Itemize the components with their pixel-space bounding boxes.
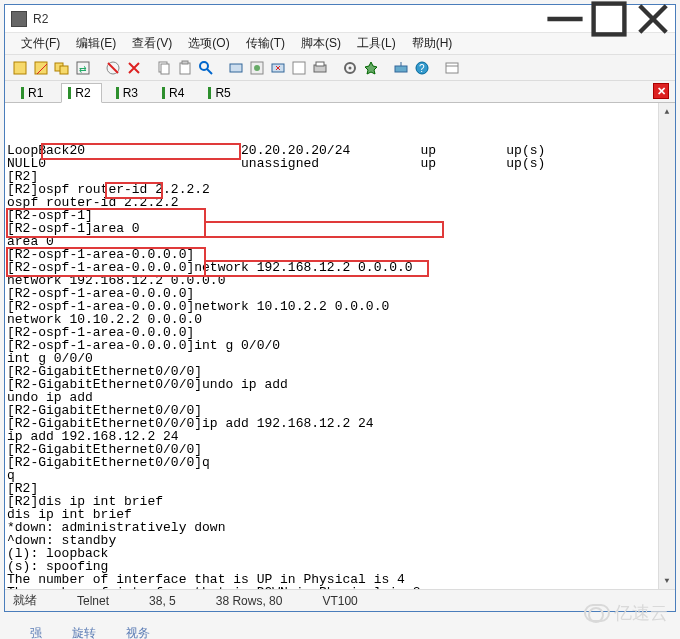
svg-rect-5	[35, 62, 47, 74]
toolbar-btn-1[interactable]	[11, 59, 29, 77]
status-term-type: VT100	[322, 594, 357, 608]
svg-rect-31	[446, 63, 458, 73]
terminal-line: NULL0 unassigned up up(s)	[7, 157, 673, 170]
svg-text:⇄: ⇄	[79, 64, 87, 74]
status-connection: Telnet	[77, 594, 109, 608]
svg-rect-28	[395, 66, 407, 72]
scroll-up-icon[interactable]: ▲	[659, 103, 675, 120]
toolbar-btn-11[interactable]	[248, 59, 266, 77]
tab-close-button[interactable]: ✕	[653, 83, 669, 99]
terminal-line: [R2-ospf-1]area 0	[7, 222, 673, 235]
window-controls	[543, 5, 675, 33]
menu-tools[interactable]: 工具(L)	[349, 33, 404, 54]
toolbar: ⇄ ?	[5, 55, 675, 81]
menu-file[interactable]: 文件(F)	[13, 33, 68, 54]
app-icon	[11, 11, 27, 27]
terminal-line: q	[7, 469, 673, 482]
toolbar-btn-4[interactable]: ⇄	[74, 59, 92, 77]
watermark-text: 亿速云	[614, 601, 668, 625]
toolbar-settings-icon[interactable]	[341, 59, 359, 77]
minimize-button[interactable]	[543, 5, 587, 33]
status-marker-icon	[162, 87, 165, 99]
vertical-scrollbar[interactable]: ▲ ▼	[658, 103, 675, 589]
tab-r1[interactable]: R1	[15, 84, 53, 102]
menu-transfer[interactable]: 传输(T)	[238, 33, 293, 54]
menu-script[interactable]: 脚本(S)	[293, 33, 349, 54]
svg-rect-14	[161, 64, 169, 74]
toolbar-copy-icon[interactable]	[155, 59, 173, 77]
close-button[interactable]	[631, 5, 675, 33]
tab-r5[interactable]: R5	[202, 84, 240, 102]
scroll-down-icon[interactable]: ▼	[659, 572, 675, 589]
svg-point-27	[349, 66, 352, 69]
svg-rect-4	[14, 62, 26, 74]
status-bar: 就绪 Telnet 38, 5 38 Rows, 80 VT100	[5, 589, 675, 611]
toolbar-btn-5[interactable]	[104, 59, 122, 77]
svg-point-21	[254, 65, 260, 71]
terminal-line: The number of interface that is DOWN in …	[7, 586, 673, 589]
svg-rect-15	[180, 63, 190, 74]
menu-help[interactable]: 帮助(H)	[404, 33, 461, 54]
status-marker-icon	[208, 87, 211, 99]
svg-rect-19	[230, 64, 242, 72]
background-labels: 强 旋转 视务	[0, 625, 680, 639]
terminal-output[interactable]: ▲ ▼ LoopBack20 20.20.20.20/24 up up(s)NU…	[5, 103, 675, 589]
maximize-button[interactable]	[587, 5, 631, 33]
window-title: R2	[33, 12, 543, 26]
menu-view[interactable]: 查看(V)	[124, 33, 180, 54]
terminal-line: [R2-GigabitEthernet0/0/0]q	[7, 456, 673, 469]
status-marker-icon	[21, 87, 24, 99]
svg-rect-1	[594, 3, 625, 34]
svg-rect-23	[293, 62, 305, 74]
titlebar: R2	[5, 5, 675, 33]
tab-r3[interactable]: R3	[110, 84, 148, 102]
svg-rect-8	[60, 66, 68, 74]
toolbar-btn-6[interactable]	[125, 59, 143, 77]
toolbar-find-icon[interactable]	[197, 59, 215, 77]
toolbar-btn-13[interactable]	[290, 59, 308, 77]
menu-edit[interactable]: 编辑(E)	[68, 33, 124, 54]
toolbar-print-icon[interactable]	[311, 59, 329, 77]
tab-label: R2	[75, 86, 90, 100]
status-marker-icon	[116, 87, 119, 99]
status-size: 38 Rows, 80	[216, 594, 283, 608]
toolbar-paste-icon[interactable]	[176, 59, 194, 77]
tab-label: R1	[28, 86, 43, 100]
terminal-line: [R2-ospf-1-area-0.0.0.0]int g 0/0/0	[7, 339, 673, 352]
tab-label: R5	[215, 86, 230, 100]
tab-r2[interactable]: R2	[61, 83, 101, 103]
status-ready: 就绪	[13, 592, 37, 609]
terminal-line: [R2-GigabitEthernet0/0/0]undo ip add	[7, 378, 673, 391]
svg-rect-16	[182, 61, 188, 64]
tab-label: R4	[169, 86, 184, 100]
svg-line-12	[108, 63, 118, 73]
tab-r4[interactable]: R4	[156, 84, 194, 102]
toolbar-btn-3[interactable]	[53, 59, 71, 77]
menu-options[interactable]: 选项(O)	[180, 33, 237, 54]
tab-bar: R1 R2 R3 R4 R5 ✕	[5, 81, 675, 103]
toolbar-btn-12[interactable]	[269, 59, 287, 77]
watermark-logo-icon	[584, 604, 610, 622]
watermark: 亿速云	[584, 601, 668, 625]
toolbar-btn-10[interactable]	[227, 59, 245, 77]
tab-label: R3	[123, 86, 138, 100]
svg-text:?: ?	[419, 63, 425, 74]
svg-point-17	[200, 62, 208, 70]
toolbar-help-icon[interactable]: ?	[413, 59, 431, 77]
toolbar-btn-17[interactable]	[392, 59, 410, 77]
svg-line-18	[207, 69, 212, 74]
status-marker-icon	[68, 87, 71, 99]
terminal-line: ospf router-id 2.2.2.2	[7, 196, 673, 209]
toolbar-btn-16[interactable]	[362, 59, 380, 77]
status-cursor-pos: 38, 5	[149, 594, 176, 608]
svg-rect-25	[316, 62, 324, 66]
toolbar-btn-19[interactable]	[443, 59, 461, 77]
app-window: R2 文件(F) 编辑(E) 查看(V) 选项(O) 传输(T) 脚本(S) 工…	[4, 4, 676, 612]
toolbar-btn-2[interactable]	[32, 59, 50, 77]
